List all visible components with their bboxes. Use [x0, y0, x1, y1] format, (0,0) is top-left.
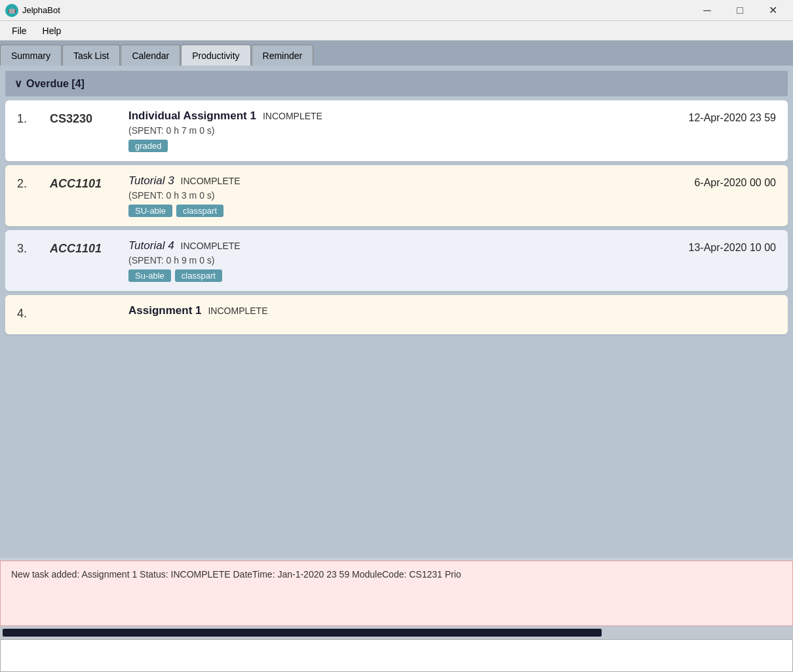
task-status-1: INCOMPLETE	[263, 111, 322, 121]
task-spent-2: (SPENT: 0 h 3 m 0 s)	[128, 190, 681, 201]
task-card-4[interactable]: 4. Assignment 1 INCOMPLETE	[5, 295, 788, 334]
progress-bar	[3, 629, 602, 637]
progress-bar-container	[0, 626, 793, 639]
task-date-3: 13-Apr-2020 10 00	[689, 242, 776, 254]
task-title-row-1: Individual Assignment 1 INCOMPLETE	[128, 109, 676, 123]
tag-graded: graded	[128, 140, 168, 152]
task-spent-3: (SPENT: 0 h 9 m 0 s)	[128, 255, 676, 266]
app-logo: 🤖	[5, 4, 18, 17]
app-title: JelphaBot	[22, 5, 60, 15]
tab-productivity[interactable]: Productivity	[181, 45, 250, 66]
task-status-2: INCOMPLETE	[181, 176, 241, 186]
menu-bar: File Help	[0, 21, 793, 41]
task-details-1: Individual Assignment 1 INCOMPLETE (SPEN…	[128, 109, 676, 152]
tab-bar: Summary Task List Calendar Productivity …	[0, 41, 793, 66]
tab-reminder[interactable]: Reminder	[252, 45, 314, 66]
task-tags-2: SU-able classpart	[128, 205, 681, 217]
tab-task-list[interactable]: Task List	[62, 45, 120, 66]
task-card-3[interactable]: 3. ACC1101 Tutorial 4 INCOMPLETE (SPENT:…	[5, 230, 788, 291]
task-card-1[interactable]: 1. CS3230 Individual Assignment 1 INCOMP…	[5, 100, 788, 161]
notification-text: New task added: Assignment 1 Status: INC…	[11, 569, 461, 580]
task-status-3: INCOMPLETE	[181, 241, 241, 251]
tag-classpart-3: classpart	[175, 269, 222, 282]
task-tags-1: graded	[128, 140, 676, 152]
command-input[interactable]	[6, 642, 787, 669]
tag-su-able-2: SU-able	[128, 205, 172, 217]
close-button[interactable]: ✕	[758, 0, 788, 21]
title-bar-controls: ─ □ ✕	[692, 0, 788, 21]
task-details-4: Assignment 1 INCOMPLETE	[128, 304, 776, 320]
tab-summary[interactable]: Summary	[0, 45, 62, 66]
task-number-1: 1.	[17, 112, 37, 126]
task-spent-1: (SPENT: 0 h 7 m 0 s)	[128, 125, 676, 136]
task-title-row-2: Tutorial 3 INCOMPLETE	[128, 174, 681, 188]
maximize-button[interactable]: □	[725, 0, 755, 21]
task-status-4: INCOMPLETE	[208, 306, 267, 316]
minimize-button[interactable]: ─	[692, 0, 722, 21]
task-date-1: 12-Apr-2020 23 59	[689, 112, 776, 124]
task-number-3: 3.	[17, 242, 37, 256]
menu-file[interactable]: File	[4, 23, 35, 39]
task-list: 1. CS3230 Individual Assignment 1 INCOMP…	[5, 100, 788, 553]
task-title-row-3: Tutorial 4 INCOMPLETE	[128, 239, 676, 252]
task-name-1: Individual Assignment 1	[128, 109, 256, 123]
task-details-2: Tutorial 3 INCOMPLETE (SPENT: 0 h 3 m 0 …	[128, 174, 681, 217]
task-name-4: Assignment 1	[128, 304, 201, 317]
task-name-3: Tutorial 4	[128, 239, 174, 252]
tab-calendar[interactable]: Calendar	[121, 45, 180, 66]
menu-help[interactable]: Help	[35, 23, 69, 39]
task-module-1: CS3230	[50, 112, 115, 126]
tag-classpart-2: classpart	[176, 205, 223, 217]
tag-su-able-3: Su-able	[128, 269, 171, 282]
task-date-2: 6-Apr-2020 00 00	[694, 177, 776, 189]
task-module-3: ACC1101	[50, 242, 115, 256]
main-content: ∨ Overdue [4] 1. CS3230 Individual Assig…	[0, 66, 793, 558]
input-area[interactable]	[0, 639, 793, 672]
task-details-3: Tutorial 4 INCOMPLETE (SPENT: 0 h 9 m 0 …	[128, 239, 676, 282]
task-number-4: 4.	[17, 307, 37, 321]
task-module-2: ACC1101	[50, 177, 115, 191]
task-name-2: Tutorial 3	[128, 174, 174, 188]
title-bar: 🤖 JelphaBot ─ □ ✕	[0, 0, 793, 21]
task-tags-3: Su-able classpart	[128, 269, 676, 282]
overdue-title: Overdue [4]	[26, 78, 85, 90]
task-card-2[interactable]: 2. ACC1101 Tutorial 3 INCOMPLETE (SPENT:…	[5, 165, 788, 226]
title-bar-left: 🤖 JelphaBot	[5, 4, 60, 17]
overdue-header[interactable]: ∨ Overdue [4]	[5, 71, 788, 96]
overdue-chevron: ∨	[14, 77, 22, 90]
notification-area: New task added: Assignment 1 Status: INC…	[0, 561, 793, 626]
task-title-row-4: Assignment 1 INCOMPLETE	[128, 304, 776, 317]
task-number-2: 2.	[17, 177, 37, 191]
